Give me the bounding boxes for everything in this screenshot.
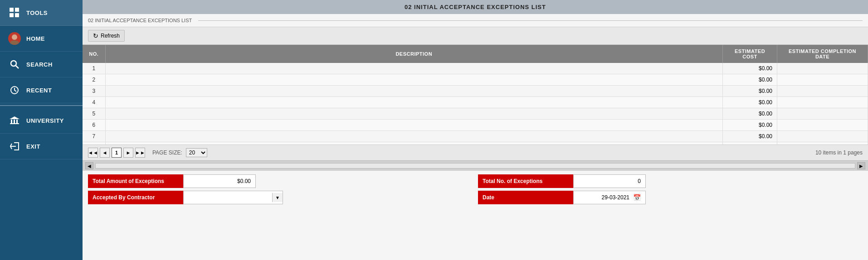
cell-no: 3 (83, 86, 105, 97)
svg-point-5 (10, 40, 19, 45)
cell-no: 5 (83, 108, 105, 120)
pagination-info: 10 items in 1 pages (815, 149, 863, 156)
page-current[interactable]: 1 (112, 148, 122, 158)
page-size-label: PAGE SIZE: (152, 149, 182, 156)
main-content: 02 INITIAL ACCEPTANCE EXCEPTIONS LIST 02… (83, 0, 868, 260)
page-size-select[interactable]: 20 50 100 (186, 148, 207, 157)
table-row: 4 $0.00 (83, 97, 868, 108)
pagination-bar: ◄◄ ◄ 1 ► ►► PAGE SIZE: 20 50 100 10 item… (83, 144, 868, 160)
date-label: Date (478, 191, 573, 204)
calendar-icon[interactable]: 📅 (633, 194, 641, 201)
scroll-right-button[interactable]: ▶ (857, 162, 865, 169)
page-next-button[interactable]: ► (123, 148, 133, 158)
scroll-left-button[interactable]: ◀ (85, 162, 93, 169)
sidebar-item-tools[interactable]: TOOLS (0, 0, 83, 26)
university-icon (8, 114, 21, 127)
date-text: 29-03-2021 (602, 194, 629, 201)
sidebar-university-label: UNIVERSITY (26, 117, 64, 124)
cell-description (105, 63, 723, 74)
col-header-completion: ESTIMATED COMPLETION DATE (777, 45, 868, 63)
sidebar: TOOLS HOME SEARCH RECENT (0, 0, 83, 260)
cell-completion (777, 74, 868, 86)
breadcrumb-line (198, 20, 863, 21)
total-amount-row: Total Amount of Exceptions $0.00 (88, 174, 473, 188)
table-row: 1 $0.00 (83, 63, 868, 74)
sidebar-item-search[interactable]: SEARCH (0, 52, 83, 77)
refresh-icon: ↻ (93, 32, 98, 39)
cell-cost: $0.00 (723, 86, 777, 97)
accepted-by-value[interactable]: ▼ (183, 191, 283, 204)
search-icon (8, 58, 21, 71)
total-amount-value: $0.00 (183, 174, 256, 188)
sidebar-item-home[interactable]: HOME (0, 26, 83, 52)
cell-description (105, 108, 723, 120)
col-header-description: DESCRIPTION (105, 45, 723, 63)
cell-no: 1 (83, 63, 105, 74)
scroll-nav: ◀ ▶ (83, 160, 868, 171)
sidebar-recent-label: RECENT (26, 87, 52, 94)
summary-right: Total No. of Exceptions 0 Date 29-03-202… (478, 174, 863, 204)
cell-completion (777, 120, 868, 131)
cell-description (105, 97, 723, 108)
cell-no: 2 (83, 74, 105, 86)
page-title: 02 INITIAL ACCEPTANCE EXCEPTIONS LIST (83, 0, 868, 14)
cell-completion (777, 63, 868, 74)
cell-completion (777, 108, 868, 120)
cell-cost: $0.00 (723, 63, 777, 74)
sidebar-item-university[interactable]: UNIVERSITY (0, 108, 83, 134)
page-last-button[interactable]: ►► (135, 148, 145, 158)
cell-cost: $0.00 (723, 120, 777, 131)
total-no-label: Total No. of Exceptions (478, 174, 573, 188)
cell-no: 7 (83, 131, 105, 142)
sidebar-item-exit[interactable]: EXIT (0, 134, 83, 159)
table-wrapper: NO. DESCRIPTION ESTIMATED COST ESTIMATED… (83, 45, 868, 144)
toolbar: ↻ Refresh (83, 27, 868, 45)
table-row: 3 $0.00 (83, 86, 868, 97)
svg-rect-11 (14, 120, 15, 123)
breadcrumb: 02 INITIAL ACCEPTANCE EXCEPTIONS LIST (83, 14, 868, 27)
accepted-by-row: Accepted By Contractor ▼ (88, 191, 473, 204)
date-value: 29-03-2021 📅 (573, 191, 646, 204)
svg-line-7 (16, 66, 19, 68)
accepted-by-label: Accepted By Contractor (88, 191, 183, 204)
table-row: 7 $0.00 (83, 131, 868, 142)
table-row: 2 $0.00 (83, 74, 868, 86)
refresh-button[interactable]: ↻ Refresh (88, 30, 125, 42)
svg-rect-0 (10, 8, 14, 12)
bottom-summary: Total Amount of Exceptions $0.00 Accepte… (83, 171, 868, 208)
sidebar-item-recent[interactable]: RECENT (0, 77, 83, 103)
svg-rect-2 (10, 13, 14, 17)
svg-rect-1 (15, 8, 19, 12)
svg-rect-12 (16, 120, 18, 123)
col-header-cost: ESTIMATED COST (723, 45, 777, 63)
cell-cost: $0.00 (723, 97, 777, 108)
page-first-button[interactable]: ◄◄ (88, 148, 98, 158)
cell-completion (777, 86, 868, 97)
sidebar-search-label: SEARCH (26, 61, 53, 68)
page-prev-button[interactable]: ◄ (100, 148, 110, 158)
total-amount-label: Total Amount of Exceptions (88, 174, 183, 188)
cell-description (105, 74, 723, 86)
refresh-label: Refresh (101, 33, 120, 39)
cell-no: 6 (83, 120, 105, 131)
sidebar-tools-label: TOOLS (26, 10, 48, 16)
cell-no: 4 (83, 97, 105, 108)
user-icon (8, 32, 21, 45)
cell-description (105, 131, 723, 142)
grid-icon (8, 6, 21, 19)
date-row: Date 29-03-2021 📅 (478, 191, 863, 204)
summary-left: Total Amount of Exceptions $0.00 Accepte… (88, 174, 473, 204)
accepted-by-dropdown-arrow[interactable]: ▼ (272, 193, 283, 202)
cell-cost: $0.00 (723, 108, 777, 120)
scroll-track[interactable] (95, 163, 855, 169)
cell-description (105, 120, 723, 131)
svg-rect-10 (11, 120, 12, 123)
total-no-value: 0 (573, 174, 646, 188)
col-header-no: NO. (83, 45, 105, 63)
svg-point-6 (11, 61, 16, 66)
svg-rect-13 (10, 123, 19, 124)
svg-point-4 (12, 34, 17, 40)
cell-cost: $0.00 (723, 74, 777, 86)
sidebar-exit-label: EXIT (26, 143, 40, 150)
table-row: 5 $0.00 (83, 108, 868, 120)
